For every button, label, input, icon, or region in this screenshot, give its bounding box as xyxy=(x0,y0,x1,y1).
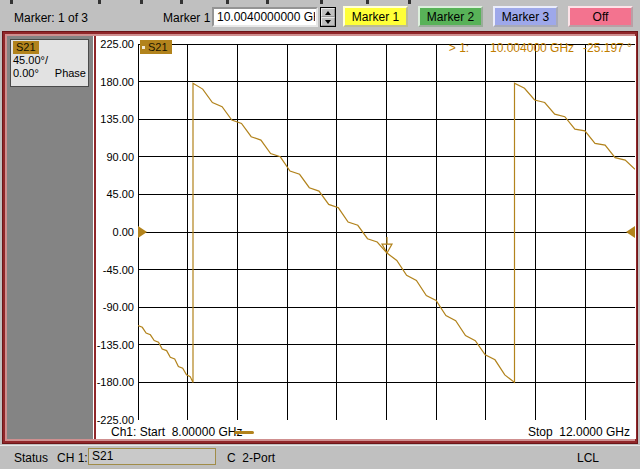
y-tick-label: 0.00 xyxy=(94,226,134,238)
trace-reference-label: 0.00° xyxy=(13,67,39,80)
y-tick-label: -45.00 xyxy=(94,264,134,276)
y-tick-label: 45.00 xyxy=(94,188,134,200)
arrow-up-icon xyxy=(325,11,331,15)
stepper-up-button[interactable] xyxy=(321,8,335,17)
stop-frequency-label: Stop 12.0000 GHz xyxy=(500,425,630,439)
marker1-button[interactable]: Marker 1 xyxy=(343,6,408,27)
marker-frequency-input[interactable] xyxy=(212,7,318,27)
marker-readout-number: > 1: xyxy=(436,41,482,55)
trace-legend-dash-icon xyxy=(234,431,254,434)
marker-readout-frequency: 10.004000 GHz xyxy=(490,41,574,55)
trace-scale-label: 45.00°/ xyxy=(13,54,86,67)
status-trace-box: S21 xyxy=(88,448,216,465)
vna-screen: Marker: 1 of 3 Marker 1 Marker 1 Marker … xyxy=(0,0,640,469)
y-tick-label: 90.00 xyxy=(94,151,134,163)
marker2-button[interactable]: Marker 2 xyxy=(418,6,483,27)
channel-label: CH 1: xyxy=(57,451,88,465)
y-tick-label: 135.00 xyxy=(94,113,134,125)
y-tick-label: 180.00 xyxy=(94,76,134,88)
arrow-down-icon xyxy=(325,20,331,24)
marker-frequency-stepper xyxy=(320,7,336,27)
y-tick-label: 225.00 xyxy=(94,38,134,50)
cal-status-label: C 2-Port xyxy=(227,451,275,465)
trace-sidebar xyxy=(7,36,93,439)
ref-level-marker-left-icon xyxy=(138,226,147,238)
marker-status-label: Marker: 1 of 3 xyxy=(14,11,88,25)
trace-format-label: Phase xyxy=(55,67,86,80)
active-trace-tag[interactable]: S21 xyxy=(140,40,172,54)
lcl-mode-label: LCL xyxy=(577,451,599,465)
marker-readout-value: -25.197 ° xyxy=(580,41,635,55)
marker3-button[interactable]: Marker 3 xyxy=(493,6,558,27)
y-tick-label: -90.00 xyxy=(94,301,134,313)
stepper-down-button[interactable] xyxy=(321,17,335,26)
y-tick-label: -135.00 xyxy=(94,339,134,351)
trace-active-dot-icon xyxy=(142,46,145,49)
trace-info-panel[interactable]: S21 45.00°/ 0.00° Phase xyxy=(10,39,89,87)
channel-start-label: Ch1: Start 8.00000 GHz xyxy=(111,425,242,439)
trace-name-chip: S21 xyxy=(13,41,39,54)
status-label: Status xyxy=(14,451,48,465)
y-tick-label: -180.00 xyxy=(94,376,134,388)
marker-field-label: Marker 1 xyxy=(163,11,210,25)
marker-off-button[interactable]: Off xyxy=(568,6,633,27)
phase-plot xyxy=(138,44,635,420)
ref-level-marker-right-icon xyxy=(626,226,635,238)
menu-bar-remnant xyxy=(10,0,13,4)
